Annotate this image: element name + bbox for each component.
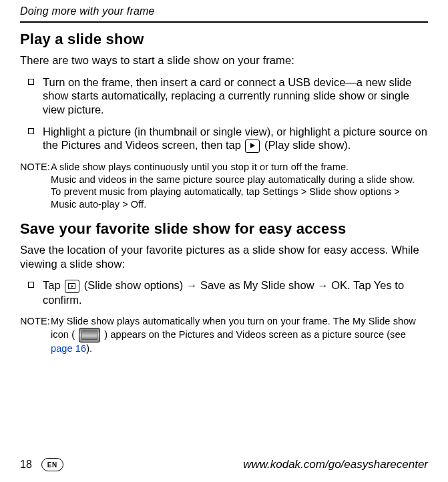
bullet-text-post: (Play slide show).: [264, 139, 351, 151]
note-label: NOTE:: [20, 161, 51, 211]
my-slide-show-icon: [79, 328, 100, 342]
page-footer: 18 EN www.kodak.com/go/easysharecenter: [20, 458, 428, 471]
bullet-item: Highlight a picture (in thumbnail or sin…: [28, 125, 428, 153]
running-head: Doing more with your frame: [20, 5, 428, 17]
note-line: Music and videos in the same picture sou…: [51, 174, 428, 186]
footer-url[interactable]: www.kodak.com/go/easysharecenter: [243, 458, 428, 471]
note-label: NOTE:: [20, 315, 51, 355]
language-badge: EN: [41, 458, 63, 471]
play-icon: [245, 140, 260, 153]
bullet-text-post: (Slide show options) → Save as My Slide …: [43, 279, 404, 306]
note-text-mid: ) appears on the Pictures and Videos scr…: [104, 328, 405, 339]
section2-intro: Save the location of your favorite pictu…: [20, 243, 428, 270]
page-link[interactable]: page 16: [51, 343, 86, 354]
section-title-save: Save your favorite slide show for easy a…: [20, 220, 428, 238]
bullet-item: Tap (Slide show options) → Save as My Sl…: [28, 278, 428, 306]
note-block: NOTE: A slide show plays continuously un…: [20, 161, 428, 211]
bullet-item: Turn on the frame, then insert a card or…: [28, 75, 428, 117]
page-number: 18: [20, 459, 32, 471]
note-body: A slide show plays continuously until yo…: [51, 161, 428, 211]
header-rule: [20, 21, 428, 23]
note-body: My Slide show plays automatically when y…: [51, 315, 428, 355]
bullet-text-pre: Highlight a picture (in thumbnail or sin…: [43, 126, 427, 152]
note-block: NOTE: My Slide show plays automatically …: [20, 315, 428, 355]
note-text-post: ).: [86, 343, 92, 354]
note-line: A slide show plays continuously until yo…: [51, 161, 428, 174]
section1-intro: There are two ways to start a slide show…: [20, 53, 428, 67]
bullet-text-pre: Tap: [43, 279, 63, 291]
slide-show-options-icon: [65, 280, 79, 293]
section-title-play: Play a slide show: [20, 31, 428, 48]
note-line: To prevent music from playing automatica…: [51, 186, 428, 211]
bullet-text: Turn on the frame, then insert a card or…: [43, 76, 411, 115]
